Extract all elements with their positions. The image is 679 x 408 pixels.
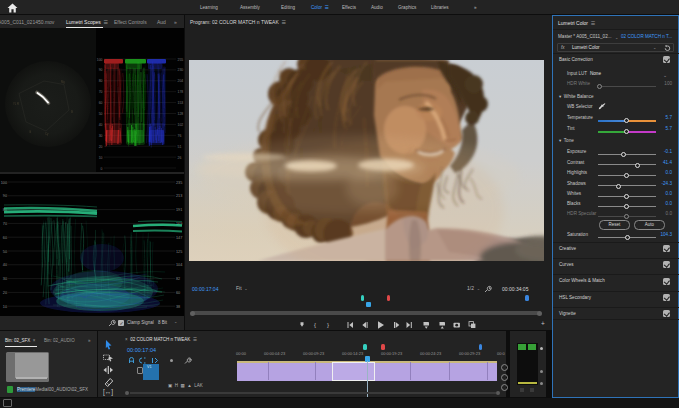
svg-text:G: G (29, 130, 31, 134)
svg-text:70: 70 (99, 90, 103, 94)
svg-text:20: 20 (3, 291, 7, 295)
svg-text:40: 40 (99, 123, 103, 127)
svg-text:213: 213 (176, 194, 182, 198)
svg-text:255: 255 (178, 58, 184, 62)
svg-text:B: B (71, 110, 73, 114)
svg-text:204: 204 (178, 79, 184, 83)
svg-text:50: 50 (99, 112, 103, 116)
svg-text:76: 76 (178, 134, 182, 138)
svg-text:80: 80 (99, 79, 103, 83)
svg-text:{: { (314, 322, 316, 328)
svg-text:104: 104 (176, 263, 182, 267)
svg-text:147: 147 (176, 236, 182, 240)
svg-text:90: 90 (3, 194, 7, 198)
svg-text:100: 100 (97, 58, 103, 62)
svg-text:128: 128 (178, 112, 184, 116)
svg-text:230: 230 (178, 68, 184, 72)
svg-text:30: 30 (3, 277, 7, 281)
svg-text:70: 70 (3, 222, 7, 226)
svg-text:50: 50 (3, 250, 7, 254)
svg-text:191: 191 (176, 208, 182, 212)
svg-text:}: } (327, 322, 329, 328)
svg-text:10: 10 (99, 156, 103, 160)
svg-text:20: 20 (99, 145, 103, 149)
svg-text:90: 90 (99, 68, 103, 72)
svg-text:40: 40 (3, 263, 7, 267)
svg-text:YL R: YL R (13, 102, 19, 106)
svg-text:38: 38 (176, 305, 180, 309)
svg-text:178: 178 (178, 90, 184, 94)
svg-text:[↔]: [↔] (103, 388, 113, 396)
svg-text:10: 10 (3, 305, 7, 309)
svg-text:51: 51 (178, 145, 182, 149)
svg-text:60: 60 (99, 101, 103, 105)
svg-text:153: 153 (178, 101, 184, 105)
svg-text:102: 102 (178, 123, 184, 127)
svg-text:125: 125 (176, 250, 182, 254)
svg-text:60: 60 (176, 291, 180, 295)
svg-text:82: 82 (176, 277, 180, 281)
svg-text:100: 100 (1, 181, 7, 185)
svg-text:Cy: Cy (45, 132, 49, 136)
svg-text:60: 60 (3, 236, 7, 240)
svg-text:235: 235 (176, 181, 182, 185)
svg-text:26: 26 (178, 156, 182, 160)
svg-text:30: 30 (99, 134, 103, 138)
svg-text:0: 0 (101, 167, 103, 171)
svg-text:Mg: Mg (61, 80, 65, 84)
